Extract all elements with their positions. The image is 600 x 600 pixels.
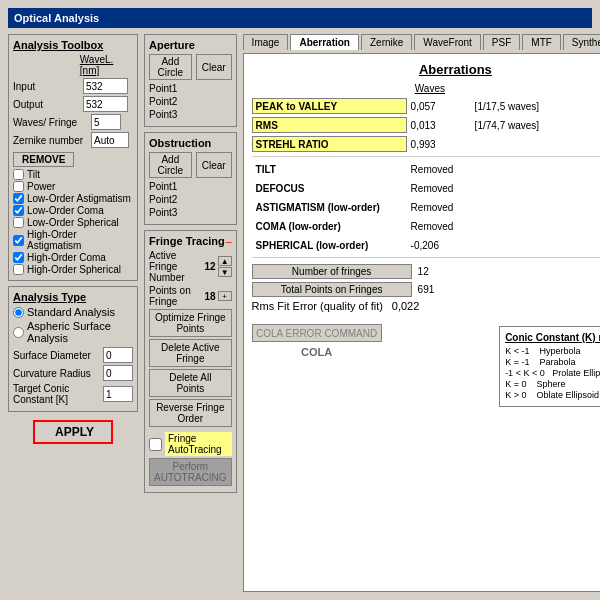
- obstruction-header: Obstruction: [149, 137, 232, 149]
- ab-rms-name-cell: RMS: [252, 117, 407, 133]
- active-fringe-down-button[interactable]: ▼: [218, 267, 232, 277]
- title-bar: Optical Analysis: [8, 8, 592, 28]
- ab-defocus-value: Removed: [411, 183, 471, 194]
- low-astig-checkbox[interactable]: [13, 193, 24, 204]
- ab-bracket-header-spacer: [481, 83, 581, 94]
- cola-error-text: COLA ERROR COMMAND: [256, 328, 377, 339]
- tab-zernike[interactable]: Zernike: [361, 34, 412, 50]
- ab-astig-value: Removed: [411, 202, 471, 213]
- autotracing-checkbox[interactable]: [149, 438, 162, 451]
- aperture-point1: Point1: [149, 83, 232, 94]
- high-coma-row: High-Order Coma: [13, 252, 133, 263]
- target-conic-field[interactable]: [103, 386, 133, 402]
- low-astig-row: Low-Order Astigmatism: [13, 193, 133, 204]
- ab-tilt-value: Removed: [411, 164, 471, 175]
- waves-fringe-row: Waves/ Fringe: [13, 114, 133, 130]
- ab-row-astig: ASTIGMATISM (low-order) Removed: [252, 199, 600, 215]
- tab-wavefront[interactable]: WaveFront: [414, 34, 481, 50]
- cola-label: COLA: [252, 346, 382, 358]
- aperture-point3: Point3: [149, 109, 232, 120]
- points-fringe-controls: 18 +: [204, 291, 231, 302]
- active-fringe-up-button[interactable]: ▲: [218, 256, 232, 266]
- tab-aberration[interactable]: Aberration: [290, 34, 359, 50]
- active-fringe-label: Active Fringe Number: [149, 250, 204, 283]
- delete-active-fringe-button[interactable]: Delete Active Fringe: [149, 339, 232, 367]
- aperture-add-circle-button[interactable]: Add Circle: [149, 54, 192, 80]
- bottom-section: COLA ERROR COMMAND COLA Conic Constant (…: [252, 320, 600, 407]
- waves-fringe-field[interactable]: [91, 114, 121, 130]
- aperture-clear-button[interactable]: Clear: [196, 54, 232, 80]
- input-field[interactable]: [83, 78, 128, 94]
- tab-mtf[interactable]: MTF: [522, 34, 561, 50]
- apply-button[interactable]: APPLY: [33, 420, 113, 444]
- zernike-field[interactable]: [91, 132, 129, 148]
- ab-row-rms: RMS 0,013 [1/74,7 waves] 7,1 nm.: [252, 117, 600, 133]
- main-content: Analysis Toolbox WaveL. [nm] Input Outpu…: [8, 34, 592, 592]
- conic-row-2: -1 < K < 0 Prolate Ellipsoid: [505, 368, 600, 378]
- points-fringe-value: 18: [204, 291, 215, 302]
- standard-label: Standard Analysis: [27, 306, 115, 318]
- high-sph-label: High-Order Spherical: [27, 264, 121, 275]
- ab-waves-header: Waves: [415, 83, 475, 94]
- obstruction-clear-button[interactable]: Clear: [196, 152, 232, 178]
- aberrations-header-row: Waves NanoMeters: [252, 83, 600, 94]
- tab-synthetic[interactable]: Synthetic: [563, 34, 600, 50]
- delete-all-points-button[interactable]: Delete All Points: [149, 369, 232, 397]
- high-astig-checkbox[interactable]: [13, 235, 24, 246]
- reverse-fringe-button[interactable]: Reverse Fringe Order: [149, 399, 232, 427]
- surface-diam-label: Surface Diameter: [13, 350, 103, 361]
- fringe-minus-icon[interactable]: –: [225, 235, 231, 247]
- autotracing-label: Fringe AutoTracing: [165, 432, 232, 456]
- aberrations-title: Aberrations: [252, 62, 600, 77]
- zernike-label: Zernike number: [13, 135, 91, 146]
- cola-error-bar: COLA ERROR COMMAND: [252, 324, 382, 342]
- ab-coma-name-cell: COMA (low-order): [252, 218, 407, 234]
- obstruction-point2: Point2: [149, 194, 232, 205]
- ab-tilt-name: TILT: [252, 161, 407, 177]
- main-window: Optical Analysis Analysis Toolbox WaveL.…: [0, 0, 600, 600]
- ab-ptv-bracket: [1/17,5 waves]: [475, 101, 575, 112]
- tab-image[interactable]: Image: [243, 34, 289, 50]
- perform-autotracing-button[interactable]: Perform AUTOTRACING: [149, 458, 232, 486]
- curv-radius-label: Curvature Radius: [13, 368, 103, 379]
- ab-row-ptv: PEAK to VALLEY 0,057 [1/17,5 waves] 30,4…: [252, 98, 600, 114]
- obstruction-point1: Point1: [149, 181, 232, 192]
- output-field[interactable]: [83, 96, 128, 112]
- tilt-label: Tilt: [27, 169, 40, 180]
- input-label: Input: [13, 81, 83, 92]
- aspheric-radio[interactable]: [13, 327, 24, 338]
- obstruction-add-circle-button[interactable]: Add Circle: [149, 152, 192, 178]
- analysis-toolbox-title: Analysis Toolbox: [13, 39, 133, 51]
- surface-diam-field[interactable]: [103, 347, 133, 363]
- ab-row-spherical: SPHERICAL (low-order) -0,206 -109,3 nm.: [252, 237, 600, 253]
- analysis-type-title: Analysis Type: [13, 291, 133, 303]
- cola-area: COLA ERROR COMMAND COLA: [252, 320, 382, 358]
- points-fringe-up-button[interactable]: +: [218, 291, 232, 301]
- wave-nm-col-header: WaveL. [nm]: [80, 54, 133, 76]
- points-fringe-stepper: +: [218, 291, 232, 301]
- tilt-checkbox[interactable]: [13, 169, 24, 180]
- rms-fit-value: 0,022: [392, 300, 420, 312]
- high-sph-checkbox[interactable]: [13, 264, 24, 275]
- tab-bar: Image Aberration Zernike WaveFront PSF M…: [243, 34, 600, 50]
- curv-radius-field[interactable]: [103, 365, 133, 381]
- low-sph-label: Low-Order Spherical: [27, 217, 119, 228]
- surface-diam-row: Surface Diameter: [13, 347, 133, 363]
- ab-coma-value: Removed: [411, 221, 471, 232]
- low-sph-checkbox[interactable]: [13, 217, 24, 228]
- ab-row-tilt: TILT Removed: [252, 161, 600, 177]
- low-coma-checkbox[interactable]: [13, 205, 24, 216]
- analysis-type-section: Analysis Type Standard Analysis Aspheric…: [8, 286, 138, 412]
- input-row: Input: [13, 78, 133, 94]
- fringe-tracing-header: Fringe Tracing –: [149, 235, 232, 247]
- tab-psf[interactable]: PSF: [483, 34, 520, 50]
- aperture-section: Aperture Add Circle Clear Point1 Point2 …: [144, 34, 237, 127]
- power-checkbox[interactable]: [13, 181, 24, 192]
- high-coma-checkbox[interactable]: [13, 252, 24, 263]
- active-fringe-controls: 12 ▲ ▼: [204, 256, 231, 277]
- stats-section: Number of fringes 12 Total Points on Fri…: [252, 264, 600, 312]
- standard-radio[interactable]: [13, 307, 24, 318]
- remove-button[interactable]: REMOVE: [13, 152, 74, 167]
- optimize-fringe-button[interactable]: Optimize Fringe Points: [149, 309, 232, 337]
- ab-nm-header: NanoMeters: [587, 83, 600, 94]
